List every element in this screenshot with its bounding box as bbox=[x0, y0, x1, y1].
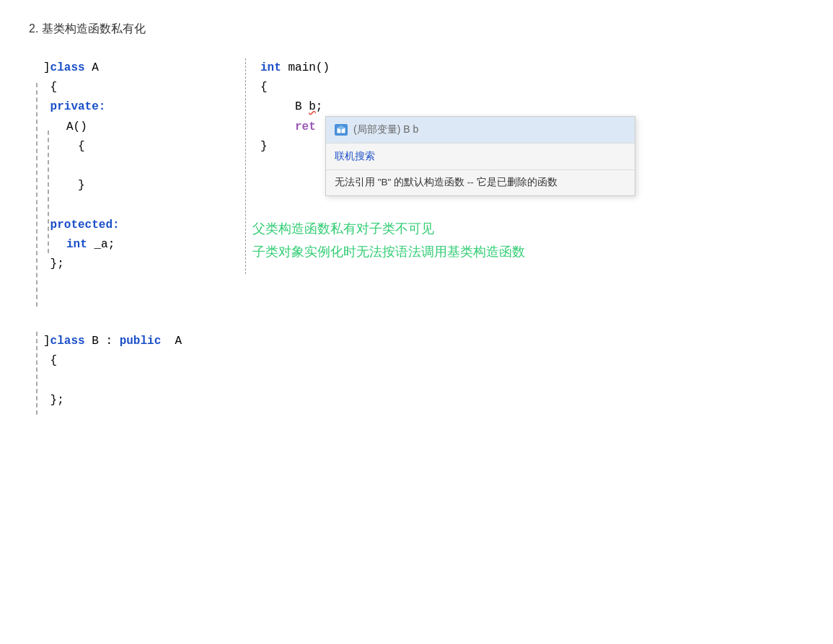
code-line-private: private: bbox=[43, 97, 245, 117]
annotation-area: 父类构造函数私有对子类不可见 子类对象实例化时无法按语法调用基类构造函数 bbox=[252, 217, 525, 264]
code-line-int-a: int _a; bbox=[66, 235, 245, 255]
constructor-name: A() bbox=[66, 120, 87, 133]
autocomplete-text-1: (局部变量) B b bbox=[353, 121, 418, 138]
code-line-class-b: ]class B : public A bbox=[43, 332, 804, 351]
local-var-label: (局部变量) B b bbox=[353, 123, 418, 135]
main-layout: ]class A { private: A() { } protected: i… bbox=[29, 58, 804, 410]
dashed-line-b bbox=[36, 332, 38, 415]
code-line-empty1 bbox=[43, 195, 245, 215]
autocomplete-error-msg: 无法引用 "B" 的默认构造函数 -- 它是已删除的函数 bbox=[326, 170, 635, 195]
dashed-line-1 bbox=[36, 83, 38, 306]
var-b-squiggly: b bbox=[309, 100, 316, 113]
class-name-b: B : bbox=[92, 335, 119, 348]
autocomplete-popup: (局部变量) B b 联机搜索 无法引用 "B" 的默认构造函数 -- 它是已删… bbox=[325, 116, 635, 196]
code-left-panel: ]class A { private: A() { } protected: i… bbox=[29, 58, 245, 274]
box-svg bbox=[336, 125, 346, 134]
var-a: _a; bbox=[94, 238, 115, 251]
kw-class-b: class bbox=[50, 335, 85, 348]
code-line-a-constructor: A() bbox=[66, 118, 245, 137]
code-line-b-body bbox=[43, 371, 804, 390]
code-line-bb: B b; bbox=[295, 97, 804, 117]
autocomplete-online-search[interactable]: 联机搜索 bbox=[326, 144, 635, 170]
code-line-protected: protected: bbox=[43, 216, 245, 235]
class-name-a: A bbox=[92, 61, 99, 74]
code-line-main-brace: { bbox=[260, 78, 804, 97]
autocomplete-item-1[interactable]: (局部变量) B b bbox=[326, 117, 635, 144]
code-line-constructor-brace-open: { bbox=[78, 137, 245, 156]
code-line-constructor-brace-close: } bbox=[78, 176, 245, 195]
var-bb: B b; bbox=[295, 100, 322, 113]
annotation-line-1: 父类构造函数私有对子类不可见 bbox=[252, 217, 525, 240]
annotation-line-2: 子类对象实例化时无法按语法调用基类构造函数 bbox=[252, 240, 525, 263]
class-base-a: A bbox=[168, 335, 182, 348]
class-b-panel: ]class B : public A { }; bbox=[29, 332, 804, 410]
kw-protected: protected: bbox=[50, 219, 120, 231]
box-icon bbox=[335, 124, 348, 136]
func-main: main() bbox=[288, 61, 330, 74]
code-line-b-brace-close: }; bbox=[43, 391, 804, 410]
page-container: 2. 基类构造函数私有化 ]class A { private: A() { }… bbox=[29, 22, 804, 410]
code-line-brace-open: { bbox=[43, 78, 245, 97]
kw-return: ret bbox=[295, 120, 316, 133]
code-line-main: int main() bbox=[260, 58, 804, 78]
code-line-constructor-body bbox=[78, 156, 245, 176]
kw-class: class bbox=[50, 61, 85, 74]
code-line-b-brace-open: { bbox=[43, 351, 804, 371]
kw-int-a: int bbox=[66, 238, 87, 251]
section-heading: 2. 基类构造函数私有化 bbox=[29, 22, 804, 37]
kw-public-b: public bbox=[120, 335, 162, 348]
kw-private: private: bbox=[50, 100, 106, 113]
code-line-class-close: }; bbox=[43, 255, 245, 274]
code-line-class-a: ]class A bbox=[43, 58, 245, 78]
kw-int-main: int bbox=[260, 61, 281, 74]
